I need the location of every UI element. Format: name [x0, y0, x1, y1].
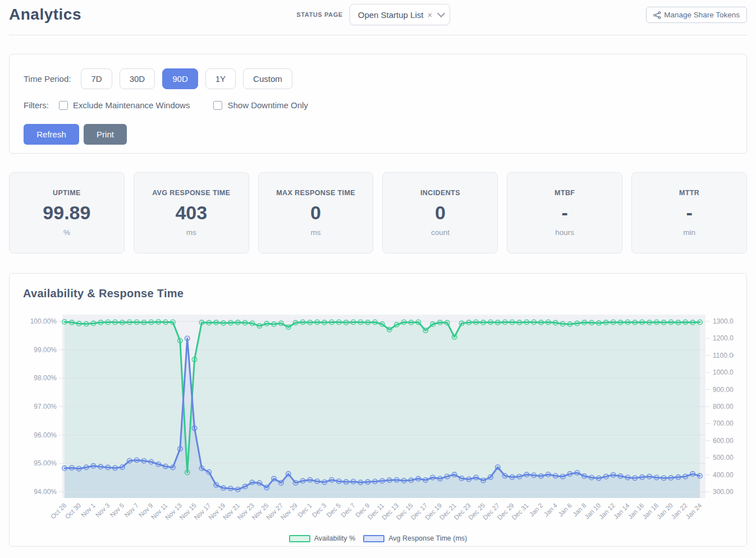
status-page-label: STATUS PAGE [296, 11, 342, 18]
svg-text:1300.00: 1300.00 [713, 317, 734, 325]
chart-wrap: 100.00%99.00%98.00%97.00%96.00%95.00%94.… [23, 309, 733, 542]
stat-label: MAX RESPONSE TIME [276, 189, 355, 197]
stat-label: MTBF [555, 189, 575, 197]
chart-panel: Availability & Response Time 100.00%99.0… [9, 273, 747, 547]
svg-text:Nov 1: Nov 1 [80, 502, 97, 519]
svg-text:400.00: 400.00 [713, 471, 734, 479]
stat-label: MTTR [679, 189, 699, 197]
stat-value: 0 [310, 203, 321, 222]
svg-text:100.00%: 100.00% [30, 317, 57, 325]
manage-share-tokens-button[interactable]: Manage Share Tokens [646, 7, 747, 23]
stat-unit: % [63, 228, 70, 237]
svg-text:97.00%: 97.00% [34, 403, 57, 411]
svg-text:Dec 7: Dec 7 [340, 502, 356, 519]
svg-text:99.00%: 99.00% [34, 346, 57, 354]
stat-value: 403 [175, 203, 207, 222]
svg-text:Oct 28: Oct 28 [49, 502, 67, 520]
show-downtime-label: Show Downtime Only [227, 100, 308, 110]
chevron-down-icon [437, 10, 445, 17]
share-icon [653, 11, 661, 19]
stat-value: - [562, 203, 568, 222]
svg-text:300.00: 300.00 [713, 488, 734, 496]
svg-text:Nov 3: Nov 3 [94, 502, 111, 519]
svg-text:800.00: 800.00 [713, 403, 734, 411]
chart-title: Availability & Response Time [23, 287, 733, 300]
exclude-maintenance-checkbox[interactable] [59, 101, 68, 110]
availability-swatch [289, 535, 310, 542]
svg-text:Oct 30: Oct 30 [64, 502, 82, 520]
legend-item-response-time[interactable]: Avg Response Time (ms) [363, 534, 467, 542]
svg-text:Jan 4: Jan 4 [543, 502, 559, 518]
stat-unit: min [683, 228, 695, 237]
refresh-button[interactable]: Refresh [24, 124, 79, 145]
legend-label: Avg Response Time (ms) [388, 534, 467, 542]
stat-label: AVG RESPONSE TIME [152, 189, 230, 197]
stat-unit: count [431, 228, 450, 237]
chart-legend: Availability % Avg Response Time (ms) [23, 534, 733, 542]
time-period-button-90d[interactable]: 90D [162, 68, 198, 89]
svg-text:Jan 24: Jan 24 [685, 502, 703, 520]
svg-text:700.00: 700.00 [713, 419, 734, 427]
svg-text:Nov 5: Nov 5 [109, 502, 126, 519]
stat-unit: ms [311, 228, 321, 237]
time-period-button-custom[interactable]: Custom [243, 68, 292, 89]
stat-label: UPTIME [53, 189, 81, 197]
filters-label: Filters: [24, 100, 49, 110]
svg-text:96.00%: 96.00% [34, 431, 57, 439]
time-period-button-7d[interactable]: 7D [81, 68, 112, 89]
svg-text:Dec 1: Dec 1 [296, 502, 313, 519]
svg-text:Dec 5: Dec 5 [326, 502, 342, 519]
availability-response-chart[interactable]: 100.00%99.00%98.00%97.00%96.00%95.00%94.… [23, 309, 734, 531]
svg-text:1100.00: 1100.00 [713, 352, 734, 359]
print-button[interactable]: Print [84, 124, 127, 145]
svg-text:Nov 7: Nov 7 [123, 502, 140, 519]
time-period-label: Time Period: [24, 74, 71, 84]
stat-card-mtbf: MTBF - hours [507, 172, 622, 253]
svg-text:Jan 2: Jan 2 [528, 502, 544, 518]
svg-text:1200.00: 1200.00 [713, 334, 734, 342]
status-page-group: STATUS PAGE Open Startup List × [296, 4, 450, 25]
stat-value: 99.89 [43, 203, 90, 222]
exclude-maintenance-label: Exclude Maintenance Windows [73, 100, 190, 110]
actions-row: Refresh Print [24, 124, 732, 145]
stat-value: 0 [435, 203, 446, 222]
stat-label: INCIDENTS [420, 189, 460, 197]
top-bar: Analytics STATUS PAGE Open Startup List … [0, 0, 756, 35]
status-page-select[interactable]: Open Startup List × [350, 4, 451, 25]
status-page-selected-value: Open Startup List [358, 10, 424, 20]
svg-text:900.00: 900.00 [713, 386, 734, 394]
filter-panel: Time Period: 7D 30D 90D 1Y Custom Filter… [9, 54, 747, 154]
time-period-button-1y[interactable]: 1Y [205, 68, 236, 89]
stat-card-uptime: UPTIME 99.89 % [9, 172, 125, 253]
stat-card-max-response: MAX RESPONSE TIME 0 ms [258, 172, 374, 253]
stat-value: - [686, 203, 692, 222]
svg-text:1000.00: 1000.00 [713, 368, 734, 376]
legend-label: Availability % [314, 534, 355, 542]
show-downtime-checkbox[interactable] [213, 101, 222, 110]
svg-text:94.00%: 94.00% [34, 488, 57, 496]
svg-text:Dec 3: Dec 3 [311, 502, 328, 519]
filters-row: Filters: Exclude Maintenance Windows Sho… [24, 100, 732, 110]
stat-card-avg-response: AVG RESPONSE TIME 403 ms [134, 172, 249, 253]
svg-text:500.00: 500.00 [713, 454, 734, 462]
time-period-button-30d[interactable]: 30D [120, 68, 155, 89]
stats-row: UPTIME 99.89 % AVG RESPONSE TIME 403 ms … [9, 172, 747, 253]
clear-selection-icon[interactable]: × [427, 11, 432, 19]
response-time-swatch [363, 535, 384, 542]
stat-unit: ms [186, 228, 196, 237]
svg-text:95.00%: 95.00% [34, 459, 57, 467]
stat-card-mttr: MTTR - min [631, 172, 747, 253]
svg-text:Jan 6: Jan 6 [557, 502, 572, 518]
manage-share-tokens-label: Manage Share Tokens [664, 11, 740, 19]
svg-text:98.00%: 98.00% [34, 374, 57, 382]
page-title: Analytics [9, 6, 81, 24]
stat-card-incidents: INCIDENTS 0 count [382, 172, 498, 253]
stat-unit: hours [555, 228, 574, 237]
time-period-row: Time Period: 7D 30D 90D 1Y Custom [24, 68, 732, 89]
legend-item-availability[interactable]: Availability % [289, 534, 355, 542]
svg-text:600.00: 600.00 [713, 437, 734, 445]
